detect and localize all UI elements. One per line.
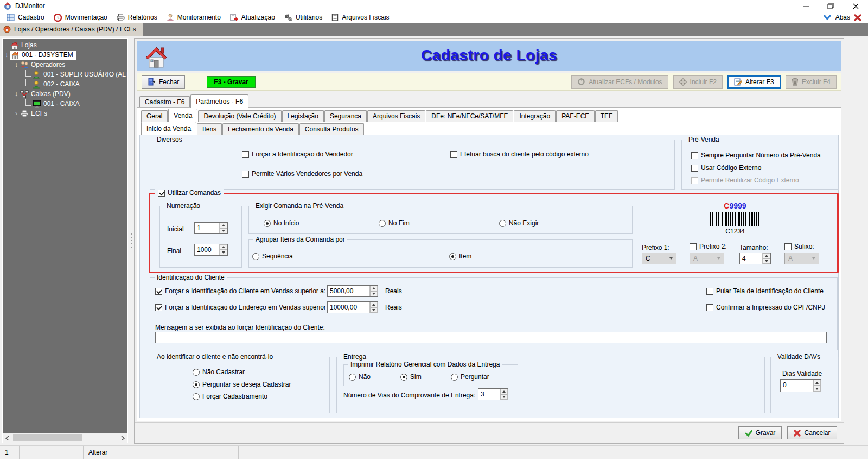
radio-no-inicio[interactable]: No Início: [264, 219, 299, 227]
spin-up-icon[interactable]: [763, 253, 770, 258]
spinner-tamanho[interactable]: 4: [739, 253, 771, 264]
menu-atualizacao[interactable]: Atualização: [227, 12, 281, 23]
checkbox-utilizar-comandas[interactable]: Utilizar Comandas: [155, 189, 224, 197]
tab-cadastro-f6[interactable]: Cadastro - F6: [139, 96, 190, 108]
maximize-button[interactable]: [818, 0, 843, 12]
tab-inicio-da-venda[interactable]: Inicio da Venda: [141, 122, 196, 135]
tab-itens[interactable]: Itens: [197, 123, 222, 135]
scroll-left-icon[interactable]: [3, 433, 12, 443]
tree-item-caixas-pdv[interactable]: ↓ Caixas (PDV): [3, 89, 127, 99]
spinner-valor-cliente[interactable]: 5000,00: [327, 285, 378, 297]
spin-down-icon[interactable]: [370, 291, 378, 296]
tree-item-caixa-operator[interactable]: 002 - CAIXA: [3, 79, 127, 89]
radio-nao-cadastrar[interactable]: Não Cadastrar: [193, 368, 245, 376]
checkbox-forcar-identificacao-vendedor[interactable]: Forçar a Identificação do Vendedor: [242, 150, 353, 158]
atualizar-ecfs-button[interactable]: Atualizar ECFs / Modulos: [571, 75, 668, 89]
spin-up-icon[interactable]: [500, 389, 508, 394]
panel-splitter[interactable]: [129, 36, 134, 445]
tab-seguranca[interactable]: Seguranca: [324, 110, 367, 122]
tab-lojas-operadores[interactable]: Lojas / Operadores / Caixas (PDV) / ECFs: [0, 23, 143, 36]
tab-geral[interactable]: Geral: [141, 110, 168, 122]
radio-entrega-perguntar[interactable]: Perguntar: [451, 373, 489, 381]
spin-down-icon[interactable]: [370, 307, 378, 313]
tree-item-ecfs[interactable]: › ECFs: [3, 109, 127, 118]
incluir-button[interactable]: Incluir F2: [673, 75, 723, 89]
spin-up-icon[interactable]: [220, 223, 227, 228]
spinner-numeracao-inicial[interactable]: 1: [194, 222, 228, 234]
checkbox-sufixo[interactable]: Sufixo:: [784, 243, 814, 250]
spinner-valor-endereco[interactable]: 10000,00: [327, 301, 378, 313]
checkbox-efetuar-busca-codigo-externo[interactable]: Efetuar busca do cliente pelo código ext…: [450, 150, 589, 158]
tree-item-operadores[interactable]: ↓ Operadores: [3, 60, 127, 70]
checkbox-prefixo2[interactable]: Prefixo 2:: [690, 243, 727, 250]
tree-item-super-usuario[interactable]: 001 - SUPER USUÁRIO (ALTERE: [3, 70, 127, 79]
tree-item-djsystem[interactable]: ↓ 001 - DJSYSTEM: [3, 50, 127, 60]
radio-entrega-sim[interactable]: Sim: [400, 373, 422, 381]
tree-item-caixa-terminal[interactable]: 001 - CAIXA: [3, 99, 127, 109]
mensagem-input[interactable]: [155, 332, 827, 343]
tab-paf-ecf[interactable]: PAF-ECF: [556, 110, 594, 122]
tabs-level2: Geral Venda Devolução (Vale Crédito) Leg…: [138, 109, 618, 121]
minimize-button[interactable]: [793, 0, 818, 12]
menu-utilitarios[interactable]: Utilitários: [281, 12, 328, 23]
menu-arquivos-fiscais[interactable]: Arquivos Fiscais: [328, 12, 395, 23]
cancelar-button[interactable]: Cancelar: [787, 426, 837, 439]
fechar-button[interactable]: Fechar: [142, 75, 185, 89]
label-final: Final: [167, 247, 181, 255]
close-button[interactable]: [843, 0, 868, 12]
checkbox-confirmar-impressao-cpf[interactable]: Confirmar a Impressão do CPF/CNPJ: [706, 304, 825, 311]
tab-legislacao[interactable]: Legislação: [282, 110, 324, 122]
menu-cadastro[interactable]: Cadastro: [3, 12, 50, 23]
spin-up-icon[interactable]: [813, 380, 821, 386]
radio-entrega-nao[interactable]: Não: [349, 373, 371, 381]
checkbox-permite-varios-vendedores[interactable]: Permite Vários Vendedores por Venda: [242, 170, 362, 178]
abas-chevron-down-icon[interactable]: [823, 14, 832, 21]
menu-movimentacao[interactable]: Movimentação: [50, 12, 113, 23]
radio-no-fim[interactable]: No Fim: [379, 219, 410, 227]
tab-fechamento-da-venda[interactable]: Fechamento da Venda: [222, 123, 299, 135]
select-prefixo1[interactable]: C: [642, 253, 676, 264]
alterar-button[interactable]: Alterar F3: [727, 75, 781, 89]
menu-monitoramento[interactable]: Monitoramento: [163, 12, 227, 23]
tab-integracao[interactable]: Integração: [514, 110, 556, 122]
spinner-dias-validade[interactable]: 0: [780, 379, 821, 392]
radio-perguntar-cadastrar[interactable]: Perguntar se deseja Cadastrar: [193, 381, 291, 388]
checkbox-usar-codigo-externo[interactable]: Usar Código Externo: [691, 164, 761, 172]
checkbox-forcar-identificacao-endereco[interactable]: Forçar a Identificação do Endereço em Ve…: [155, 304, 333, 311]
tab-dfe[interactable]: DFe: NFe/NFCe/SAT/MFE: [426, 110, 513, 122]
spin-down-icon[interactable]: [220, 228, 227, 234]
radio-nao-exigir[interactable]: Não Exigir: [499, 219, 539, 227]
tab-parametros-f6[interactable]: Parâmetros - F6: [190, 94, 248, 108]
spin-up-icon[interactable]: [370, 286, 378, 291]
close-tab-icon[interactable]: [854, 14, 861, 21]
spin-up-icon[interactable]: [220, 244, 227, 250]
tree-item-lojas[interactable]: Lojas: [3, 40, 127, 50]
radio-forcar-cadastramento[interactable]: Forçar Cadastramento: [193, 393, 267, 400]
menu-relatorios[interactable]: Relatórios: [113, 12, 163, 23]
scroll-right-icon[interactable]: [118, 433, 127, 443]
tab-arquivos-fiscais[interactable]: Arquivos Fiscais: [367, 110, 425, 122]
checkbox-forcar-identificacao-cliente[interactable]: Forçar a Identificação do Cliente em Ven…: [155, 287, 326, 295]
group-exigir-comanda: Exigir Comanda na Pré-Venda: [248, 206, 633, 234]
tab-tef[interactable]: TEF: [595, 110, 618, 122]
excluir-button[interactable]: Excluir F4: [786, 75, 837, 89]
tree-horizontal-scrollbar[interactable]: [3, 433, 127, 443]
spin-up-icon[interactable]: [370, 302, 378, 307]
barcode-preview-text: C9999: [710, 201, 761, 210]
spin-down-icon[interactable]: [500, 394, 508, 400]
checkbox-pular-tela-identificacao[interactable]: Pular Tela de Identificação do Cliente: [706, 287, 824, 295]
checkbox-sempre-perguntar-numero[interactable]: Sempre Perguntar Número da Pré-Venda: [691, 152, 821, 159]
spin-down-icon[interactable]: [220, 250, 227, 255]
gravar-button[interactable]: Gravar: [738, 426, 782, 439]
tab-devolucao[interactable]: Devolução (Vale Crédito): [198, 110, 281, 122]
spinner-numeracao-final[interactable]: 1000: [194, 244, 228, 256]
scrollbar-thumb[interactable]: [13, 434, 82, 441]
spin-down-icon[interactable]: [813, 386, 821, 392]
radio-item[interactable]: Item: [449, 253, 471, 260]
tab-venda[interactable]: Venda: [168, 109, 197, 122]
radio-sequencia[interactable]: Sequência: [252, 253, 293, 260]
spin-down-icon[interactable]: [763, 258, 770, 264]
door-exit-icon: [148, 78, 156, 86]
spinner-numero-vias[interactable]: 3: [478, 388, 508, 400]
tab-consulta-produtos[interactable]: Consulta Produtos: [299, 123, 364, 135]
